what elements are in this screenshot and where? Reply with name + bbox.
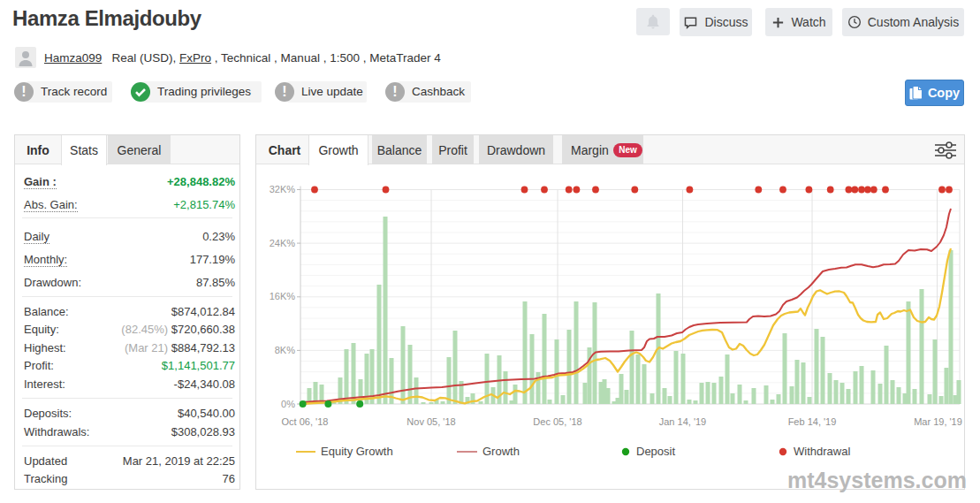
svg-text:16K%: 16K%: [270, 291, 296, 301]
svg-text:0%: 0%: [281, 399, 295, 409]
svg-text:Mar 19, '19: Mar 19, '19: [914, 416, 962, 427]
svg-text:Withdrawal: Withdrawal: [794, 445, 850, 458]
svg-text:24K%: 24K%: [270, 238, 296, 248]
svg-text:32K%: 32K%: [270, 184, 296, 194]
svg-text:Jan 14, '19: Jan 14, '19: [659, 416, 706, 427]
svg-text:Dec 05, '18: Dec 05, '18: [533, 416, 581, 427]
svg-text:Nov 05, '18: Nov 05, '18: [406, 416, 455, 427]
svg-text:Feb 14, '19: Feb 14, '19: [788, 416, 837, 427]
svg-text:Oct 06, '18: Oct 06, '18: [282, 416, 329, 427]
svg-text:8K%: 8K%: [275, 345, 295, 355]
svg-text:Growth: Growth: [482, 445, 520, 458]
svg-text:Deposit: Deposit: [636, 445, 675, 458]
svg-text:Equity Growth: Equity Growth: [321, 445, 393, 458]
